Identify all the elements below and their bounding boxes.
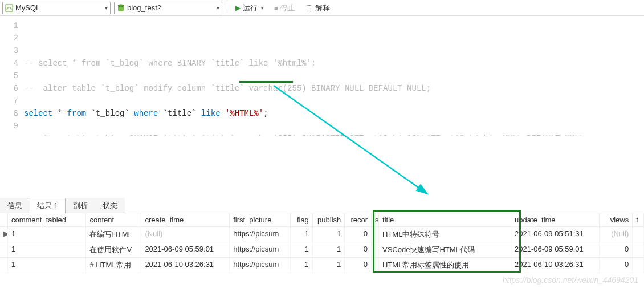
col-create_time[interactable]: create_time	[141, 213, 230, 226]
cell-update_time[interactable]: 2021-06-10 03:26:31	[511, 258, 600, 273]
col-first_picture[interactable]: first_picture	[230, 213, 291, 226]
cell-title[interactable]: HTML中特殊符号	[379, 227, 511, 242]
cell-t[interactable]	[633, 242, 644, 257]
row-handle-header	[0, 213, 8, 226]
explain-icon: 🗒	[305, 3, 313, 12]
col-publish[interactable]: publish	[313, 213, 345, 226]
cell-flag[interactable]: 1	[291, 242, 313, 257]
cell-content[interactable]: 在编写HTMI	[86, 227, 141, 242]
cell-publish[interactable]: 1	[313, 258, 345, 273]
database-value: blog_test2	[127, 3, 217, 12]
cell-first_picture[interactable]: https://picsum	[230, 227, 291, 242]
cell-title[interactable]: HTML常用标签属性的使用	[379, 258, 511, 273]
toolbar: MySQL ▾ blog_test2 ▾ ▶ 运行 ▾ ■ 停止 🗒 解释	[0, 0, 644, 16]
explain-label: 解释	[315, 3, 330, 13]
cell-first_picture[interactable]: https://picsum	[230, 242, 291, 257]
stop-label: 停止	[280, 3, 295, 13]
table-row[interactable]: ▶1在编写HTMI(Null)https://picsum110HTML中特殊符…	[0, 227, 644, 242]
cell-flag[interactable]: 1	[291, 258, 313, 273]
col-recor[interactable]: recor	[345, 213, 372, 226]
tab-profile[interactable]: 剖析	[66, 198, 95, 213]
col-content[interactable]: content	[86, 213, 141, 226]
cell-create_time[interactable]: 2021-06-10 03:26:31	[141, 258, 230, 273]
divider	[227, 3, 227, 13]
cell-create_time[interactable]: 2021-06-09 05:59:01	[141, 242, 230, 257]
cell-comment_tabled[interactable]: 1	[8, 258, 86, 273]
chevron-down-icon: ▾	[261, 5, 264, 11]
cell-update_time[interactable]: 2021-06-09 05:59:01	[511, 242, 600, 257]
mysql-icon	[5, 4, 13, 12]
col-flag[interactable]: flag	[291, 213, 313, 226]
svg-rect-0	[6, 5, 13, 11]
cell-recor[interactable]: 0	[345, 242, 372, 257]
cell-content[interactable]: 在使用软件V	[86, 242, 141, 257]
database-select[interactable]: blog_test2 ▾	[114, 2, 222, 14]
code-area[interactable]: -- select * from `t_blog` where BINARY `…	[24, 16, 644, 136]
run-button[interactable]: ▶ 运行 ▾	[232, 2, 267, 14]
cell-views[interactable]: 0	[600, 242, 633, 257]
cell-create_time[interactable]: (Null)	[141, 227, 230, 242]
run-label: 运行	[243, 3, 258, 13]
row-handle[interactable]	[0, 258, 8, 273]
tab-status[interactable]: 状态	[95, 198, 125, 213]
chevron-down-icon: ▾	[105, 5, 108, 11]
grid-header: comment_tabled content create_time first…	[0, 213, 644, 227]
col-comment_tabled[interactable]: comment_tabled	[8, 213, 86, 226]
database-icon	[117, 4, 125, 12]
cell-s[interactable]	[372, 258, 379, 273]
watermark: https://blog.csdn.net/weixin_44694201	[503, 275, 638, 285]
cell-s[interactable]	[372, 227, 379, 242]
cell-comment_tabled[interactable]: 1	[8, 227, 86, 242]
cell-flag[interactable]: 1	[291, 227, 313, 242]
row-handle[interactable]: ▶	[0, 227, 8, 242]
chevron-down-icon: ▾	[217, 5, 219, 11]
cell-recor[interactable]: 0	[345, 258, 372, 273]
cell-first_picture[interactable]: https://picsum	[230, 258, 291, 273]
col-views[interactable]: views	[600, 213, 633, 226]
tab-info[interactable]: 信息	[0, 198, 30, 213]
string-underline	[239, 81, 293, 83]
cell-recor[interactable]: 0	[345, 227, 372, 242]
result-tabs: 信息 结果 1 剖析 状态	[0, 198, 644, 213]
cell-comment_tabled[interactable]: 1	[8, 242, 86, 257]
row-handle[interactable]	[0, 242, 8, 257]
explain-button[interactable]: 🗒 解释	[302, 2, 333, 14]
cell-s[interactable]	[372, 242, 379, 257]
cell-views[interactable]: 0	[600, 258, 633, 273]
gutter: 123456789	[0, 16, 24, 136]
cell-publish[interactable]: 1	[313, 242, 345, 257]
stop-button[interactable]: ■ 停止	[271, 2, 299, 14]
col-s[interactable]: s	[372, 213, 379, 226]
sql-editor[interactable]: 123456789 -- select * from `t_blog` wher…	[0, 16, 644, 136]
col-title[interactable]: title	[379, 213, 511, 226]
db-engine-select[interactable]: MySQL ▾	[2, 2, 111, 14]
stop-icon: ■	[274, 5, 278, 11]
cell-content[interactable]: # HTML常用	[86, 258, 141, 273]
table-row[interactable]: 1在使用软件V2021-06-09 05:59:01https://picsum…	[0, 242, 644, 258]
col-update_time[interactable]: update_time	[511, 213, 600, 226]
cell-publish[interactable]: 1	[313, 227, 345, 242]
cell-update_time[interactable]: 2021-06-09 05:51:31	[511, 227, 600, 242]
cell-t[interactable]	[633, 227, 644, 242]
db-engine-value: MySQL	[15, 3, 105, 12]
result-grid[interactable]: comment_tabled content create_time first…	[0, 213, 644, 273]
table-row[interactable]: 1# HTML常用2021-06-10 03:26:31https://pics…	[0, 258, 644, 273]
cell-title[interactable]: VSCode快速编写HTML代码	[379, 242, 511, 257]
col-t[interactable]: t	[633, 213, 644, 226]
cell-views[interactable]: (Null)	[600, 227, 633, 242]
cell-t[interactable]	[633, 258, 644, 273]
tab-result[interactable]: 结果 1	[30, 198, 66, 213]
play-icon: ▶	[235, 4, 241, 12]
